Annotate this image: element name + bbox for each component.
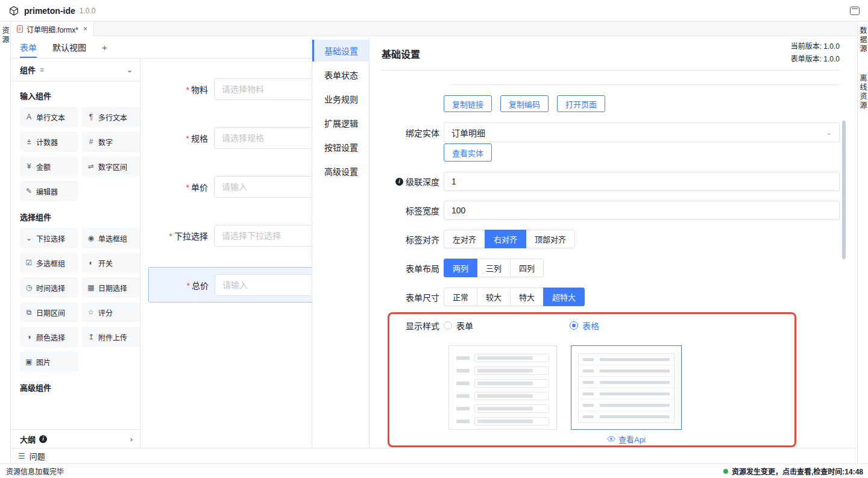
problems-label: 问题 [30, 450, 45, 462]
close-tab-icon[interactable]: × [83, 25, 87, 33]
component-label: 颜色选择 [36, 332, 65, 342]
settings-nav-advanced[interactable]: 高级设置 [312, 160, 369, 182]
rating-icon: ☆ [87, 308, 95, 316]
status-green-dot-icon [723, 469, 728, 474]
add-view-button[interactable]: + [102, 36, 107, 58]
align-top-option[interactable]: 顶部对齐 [526, 230, 575, 248]
settings-nav-button-settings[interactable]: 按钮设置 [312, 136, 369, 158]
canvas-field-total-price[interactable]: *总价 [149, 274, 312, 296]
expand-outline-icon[interactable]: › [130, 435, 133, 444]
form-version: 表单版本: 1.0.0 [791, 53, 840, 66]
app-version: 1.0.0 [80, 7, 96, 15]
required-asterisk: * [186, 85, 189, 95]
settings-nav-basic[interactable]: 基础设置 [312, 40, 369, 61]
canvas-field-dropdown[interactable]: *下拉选择 [140, 225, 312, 247]
align-right-option[interactable]: 右对齐 [485, 230, 526, 248]
size-large-option[interactable]: 较大 [477, 288, 511, 306]
component-item-time-picker[interactable]: ◷时间选择 [20, 277, 78, 298]
canvas-field-spec[interactable]: *规格 [140, 127, 312, 149]
canvas-field-unit-price[interactable]: *单价 [140, 176, 312, 198]
component-label: 编辑器 [36, 186, 58, 197]
scrolled-field-remnant [450, 84, 840, 85]
form-size-label: 表单尺寸 [376, 291, 439, 303]
layout-two-columns-option[interactable]: 两列 [444, 259, 477, 277]
open-page-button[interactable]: 打开页面 [557, 95, 605, 112]
align-left-option[interactable]: 左对齐 [444, 230, 485, 248]
resource-change-notice[interactable]: 资源发生变更，点击查看,检查时间:14:48 [723, 466, 863, 476]
component-item-editor[interactable]: ✎编辑器 [20, 181, 78, 201]
component-item-dropdown-select[interactable]: ⌄下拉选择 [20, 228, 78, 248]
number-icon: # [87, 137, 95, 146]
layout-four-columns-option[interactable]: 四列 [510, 259, 544, 277]
layout-three-columns-option[interactable]: 三列 [477, 259, 511, 277]
component-label: 数字区间 [98, 162, 127, 172]
unit-price-input[interactable] [214, 176, 312, 198]
settings-nav: 基础设置 表单状态 业务规则 扩展逻辑 按钮设置 高级设置 [312, 36, 369, 448]
spec-select-input[interactable] [214, 127, 312, 149]
canvas-field-material[interactable]: *物料 [140, 78, 312, 100]
tab-order-detail-formx[interactable]: 订单明细.formx* × [11, 22, 94, 36]
component-item-checkbox-group[interactable]: ☑多选框组 [20, 253, 78, 273]
settings-scrollbar-thumb[interactable] [842, 121, 846, 259]
problems-bar[interactable]: ☰ 问题 [11, 448, 857, 464]
open-in-browser-icon[interactable] [850, 7, 860, 15]
copy-code-button[interactable]: 复制编码 [500, 95, 549, 112]
bind-entity-select[interactable]: 订单明细 ⌄ [444, 122, 840, 142]
offline-resources-panel-toggle[interactable]: 离线资源 [858, 74, 868, 110]
form-style-preview[interactable] [448, 345, 557, 430]
component-label: 多行文本 [98, 112, 127, 122]
copy-link-button[interactable]: 复制链接 [444, 95, 492, 112]
form-layout-row: 表单布局 两列 三列 四列 [376, 259, 840, 277]
table-style-preview-selected[interactable] [571, 345, 682, 430]
cascade-depth-input[interactable] [444, 172, 840, 191]
bind-entity-row: 绑定实体 订单明细 ⌄ [376, 122, 840, 142]
dropdown-select-input[interactable] [214, 225, 312, 247]
total-price-input[interactable] [215, 274, 312, 296]
component-item-number-range[interactable]: ⇌数字区间 [82, 156, 140, 177]
settings-nav-extension-logic[interactable]: 扩展逻辑 [312, 112, 369, 134]
component-item-color-picker[interactable]: ◑颜色选择 [20, 327, 78, 347]
size-normal-option[interactable]: 正常 [444, 288, 477, 306]
collapse-components-icon[interactable]: ⌄ [127, 66, 133, 74]
component-item-radio-group[interactable]: ◉单选框组 [82, 228, 140, 248]
component-item-date-range[interactable]: ⧉日期区间 [20, 302, 78, 322]
datasource-panel-toggle[interactable]: 数据源 [858, 27, 868, 54]
component-item-number[interactable]: #数字 [82, 131, 140, 152]
view-entity-button[interactable]: 查看实体 [444, 143, 492, 162]
file-tabbar: 订单明细.formx* × [11, 22, 857, 36]
section-title-input-components: 输入组件 [20, 90, 140, 101]
cascade-info-icon: i [395, 178, 403, 186]
display-style-table-radio[interactable]: 表格 [570, 319, 599, 332]
component-item-rating[interactable]: ☆评分 [82, 302, 140, 322]
component-item-image[interactable]: ▣图片 [20, 351, 78, 372]
view-tab-default-view[interactable]: 默认视图 [52, 36, 86, 58]
settings-nav-business-rules[interactable]: 业务规则 [312, 88, 369, 110]
cascade-depth-label: i 级联深度 [376, 175, 439, 187]
date-picker-icon: ▦ [87, 283, 95, 292]
titlebar: primeton-ide 1.0.0 [0, 0, 868, 22]
component-item-date-picker[interactable]: ▦日期选择 [82, 277, 140, 298]
designer-toolbar: 表单 默认视图 + [11, 36, 312, 58]
canvas-field-total-price-selected[interactable]: *总价 [148, 267, 312, 303]
chevron-down-icon: ⌄ [826, 128, 832, 137]
view-tab-form[interactable]: 表单 [20, 36, 37, 58]
field-label: *下拉选择 [140, 230, 214, 242]
left-dock-strip: 资源 [0, 22, 11, 464]
component-item-multi-line-text[interactable]: ¶多行文本 [82, 107, 140, 127]
view-api-link[interactable]: 查看Api [571, 433, 682, 445]
material-select-input[interactable] [214, 78, 312, 100]
required-asterisk: * [187, 281, 190, 291]
display-style-form-radio[interactable]: 表单 [444, 319, 473, 332]
component-item-switch[interactable]: ◐开关 [82, 253, 140, 273]
component-item-counter[interactable]: ±计数器 [20, 131, 78, 152]
formx-file-icon [17, 25, 23, 33]
resources-panel-toggle[interactable]: 资源 [0, 27, 10, 464]
size-xlarge-option[interactable]: 特大 [510, 288, 544, 306]
settings-nav-form-state[interactable]: 表单状态 [312, 64, 369, 86]
component-item-file-upload[interactable]: ↥附件上传 [82, 327, 140, 347]
label-width-input[interactable] [444, 201, 840, 220]
size-xxlarge-option[interactable]: 超特大 [543, 288, 585, 306]
component-item-amount[interactable]: ¥金额 [20, 156, 78, 177]
outline-bar[interactable]: 大纲 i › [11, 429, 140, 448]
component-item-single-line-text[interactable]: A单行文本 [20, 107, 78, 127]
